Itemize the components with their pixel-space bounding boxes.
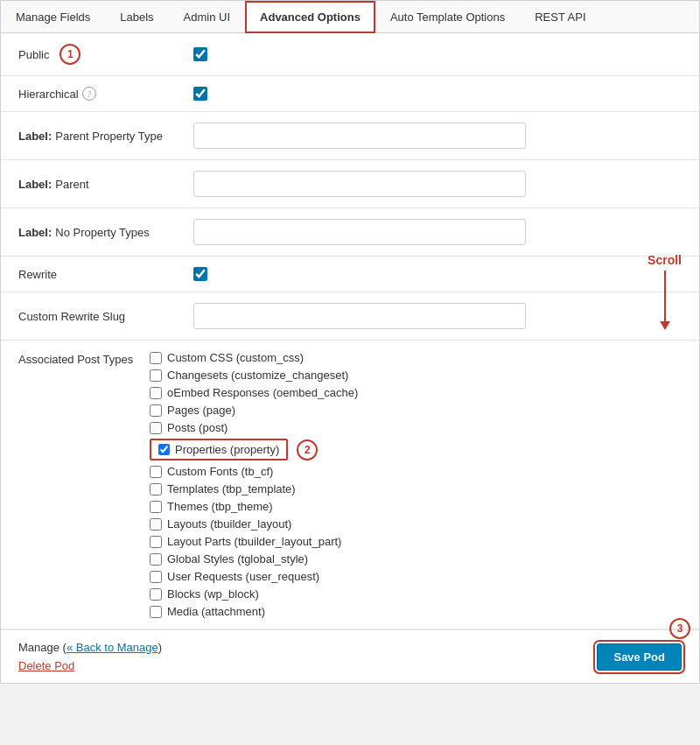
- hierarchical-help-icon[interactable]: ?: [82, 87, 96, 101]
- label-parent-input-wrap: [193, 171, 682, 197]
- public-row: Public 1: [1, 33, 699, 76]
- checkbox-posts[interactable]: [150, 422, 162, 434]
- hierarchical-checkbox-wrap: [193, 87, 682, 101]
- tab-auto-template-options[interactable]: Auto Template Options: [375, 1, 520, 32]
- checkbox-properties[interactable]: [158, 444, 170, 455]
- footer: 3 Manage (« Back to Manage) Delete Pod S…: [1, 629, 699, 683]
- hierarchical-checkbox[interactable]: [193, 87, 207, 101]
- rewrite-label: Rewrite: [18, 268, 193, 281]
- back-to-manage-link[interactable]: « Back to Manage: [66, 641, 158, 654]
- checkbox-layout-parts[interactable]: [150, 536, 162, 548]
- checkbox-blocks[interactable]: [150, 588, 162, 601]
- list-item: Posts (post): [150, 421, 682, 434]
- checkbox-media[interactable]: [150, 606, 162, 618]
- scroll-label: Scroll: [648, 253, 682, 267]
- list-item: Blocks (wp_block): [150, 587, 682, 601]
- checkbox-changesets[interactable]: [150, 369, 162, 382]
- list-item: Templates (tbp_template): [150, 482, 682, 495]
- label-no-property-types-input-wrap: [193, 219, 682, 245]
- checkbox-custom-css[interactable]: [150, 352, 162, 364]
- circle-1: 1: [60, 44, 80, 65]
- list-item: Custom CSS (custom_css): [150, 351, 682, 364]
- custom-rewrite-slug-input[interactable]: [193, 303, 526, 329]
- list-item: User Requests (user_request): [150, 570, 682, 583]
- checkbox-oembed[interactable]: [150, 387, 162, 399]
- list-item: Custom Fonts (tb_cf): [150, 465, 682, 478]
- public-label: Public 1: [18, 44, 193, 65]
- label-parent-property-type-label: Label: Parent Property Type: [18, 130, 193, 143]
- label-no-property-types-row: Label: No Property Types: [1, 208, 699, 257]
- list-item: Pages (page): [150, 404, 682, 417]
- list-item: oEmbed Responses (oembed_cache): [150, 386, 682, 399]
- checkbox-custom-fonts[interactable]: [150, 466, 162, 478]
- checkbox-user-requests[interactable]: [150, 571, 162, 583]
- content-area: Public 1 Hierarchical ? Label: Parent Pr…: [1, 33, 699, 683]
- hierarchical-label: Hierarchical ?: [18, 87, 193, 101]
- tab-admin-ui[interactable]: Admin UI: [169, 1, 245, 32]
- label-parent-label: Label: Parent: [18, 178, 193, 191]
- label-parent-property-type-input-wrap: [193, 123, 682, 149]
- list-item: Global Styles (tglobal_style): [150, 552, 682, 566]
- list-item: Themes (tbp_theme): [150, 500, 682, 513]
- associated-post-types-label: Associated Post Types: [18, 351, 150, 618]
- tab-manage-fields[interactable]: Manage Fields: [1, 1, 105, 32]
- label-no-property-types-label: Label: No Property Types: [18, 226, 193, 239]
- custom-rewrite-slug-label: Custom Rewrite Slug: [18, 310, 193, 323]
- list-item: Changesets (customize_changeset): [150, 369, 682, 382]
- label-parent-property-type-input[interactable]: [193, 123, 526, 149]
- associated-post-types-row: Associated Post Types Custom CSS (custom…: [1, 341, 699, 629]
- label-parent-row: Label: Parent: [1, 160, 699, 208]
- list-item: Media (attachment): [150, 605, 682, 618]
- checkbox-themes[interactable]: [150, 501, 162, 513]
- tab-labels[interactable]: Labels: [105, 1, 168, 32]
- tab-rest-api[interactable]: REST API: [520, 1, 600, 32]
- custom-rewrite-slug-row: Custom Rewrite Slug: [1, 292, 699, 341]
- delete-pod-link[interactable]: Delete Pod: [18, 659, 74, 672]
- rewrite-row: Rewrite: [1, 257, 699, 292]
- rewrite-checkbox[interactable]: [193, 267, 207, 281]
- label-no-property-types-input[interactable]: [193, 219, 526, 245]
- public-checkbox-wrap: [193, 47, 682, 61]
- manage-link-text: Manage (« Back to Manage): [18, 641, 162, 654]
- public-checkbox[interactable]: [193, 47, 207, 61]
- checkbox-global-styles[interactable]: [150, 553, 162, 566]
- rewrite-checkbox-wrap: [193, 267, 682, 281]
- checkbox-templates[interactable]: [150, 483, 162, 495]
- list-item: Layouts (tbuilder_layout): [150, 517, 682, 531]
- checkbox-pages[interactable]: [150, 404, 162, 417]
- save-pod-button[interactable]: Save Pod: [597, 643, 682, 671]
- custom-rewrite-slug-input-wrap: [193, 303, 682, 329]
- hierarchical-row: Hierarchical ?: [1, 76, 699, 112]
- label-parent-input[interactable]: [193, 171, 526, 197]
- checkbox-layouts[interactable]: [150, 518, 162, 531]
- label-parent-property-type-row: Label: Parent Property Type: [1, 112, 699, 160]
- tab-bar: Manage Fields Labels Admin UI Advanced O…: [1, 1, 699, 33]
- properties-highlighted-item: Properties (property): [150, 439, 288, 460]
- list-item: Layout Parts (tbuilder_layout_part): [150, 535, 682, 548]
- associated-post-types-list: Custom CSS (custom_css) Changesets (cust…: [150, 351, 682, 618]
- tab-advanced-options[interactable]: Advanced Options: [245, 1, 375, 33]
- circle-3: 3: [669, 618, 690, 639]
- circle-2: 2: [297, 439, 318, 460]
